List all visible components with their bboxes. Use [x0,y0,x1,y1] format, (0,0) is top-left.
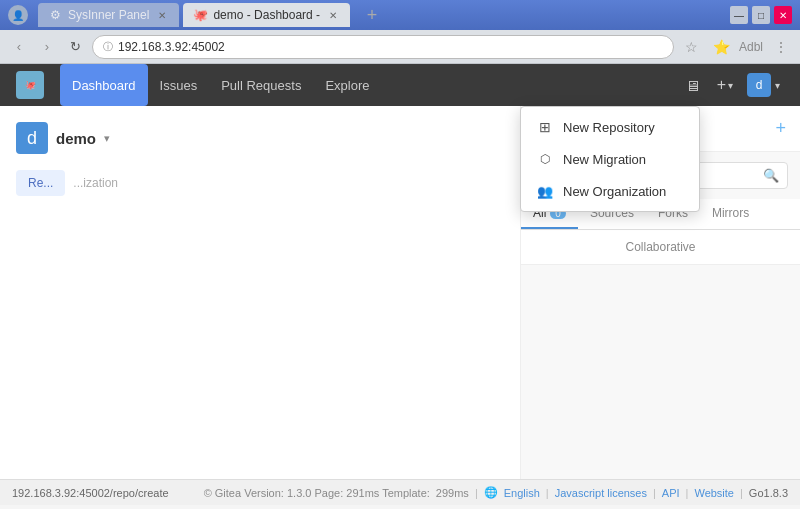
status-right: © Gitea Version: 1.3.0 Page: 291ms Templ… [204,486,788,499]
new-migration-icon: ⬡ [537,151,553,167]
tab-demo[interactable]: 🐙 demo - Dashboard - ✕ [183,3,350,27]
nav-dashboard[interactable]: Dashboard [60,64,148,106]
plus-dropdown-menu: ⊞ New Repository ⬡ New Migration 👥 New O… [520,106,700,212]
reload-button[interactable]: ↻ [64,36,86,58]
status-sep4: | [686,487,689,499]
content-placeholder: Re... ...ization [16,170,504,196]
title-bar-drag [390,0,726,30]
svg-text:🐙: 🐙 [25,79,36,91]
tab-demo-close[interactable]: ✕ [326,8,340,22]
minimize-button[interactable]: — [730,6,748,24]
status-sep1: | [475,487,478,499]
nav-explore[interactable]: Explore [313,64,381,106]
repo-search-icon: 🔍 [763,168,779,183]
address-bar: ‹ › ↻ ⓘ 192.168.3.92:45002 ☆ ⭐ Adbl ⋮ [0,30,800,64]
close-button[interactable]: ✕ [774,6,792,24]
status-url: 192.168.3.92:45002/repo/create [12,487,204,499]
tab-sysinner[interactable]: ⚙ SysInner Panel ✕ [38,3,179,27]
recent-activity-btn: Re... [16,170,65,196]
extension-icon[interactable]: Adbl [740,36,762,58]
language-icon: 🌐 [484,486,498,499]
app-navbar: 🐙 Dashboard Issues Pull Requests Explore… [0,64,800,106]
tab-sysinner-close[interactable]: ✕ [155,8,169,22]
new-org-icon: 👥 [537,183,553,199]
toolbar-icons: ☆ ⭐ Adbl ⋮ [680,36,792,58]
maximize-button[interactable]: □ [752,6,770,24]
demo-favicon: 🐙 [193,8,207,22]
bookmark-icon[interactable]: ⭐ [710,36,732,58]
tab-demo-label: demo - Dashboard - [213,8,320,22]
status-sep2: | [546,487,549,499]
tab-sysinner-label: SysInner Panel [68,8,149,22]
user-avatar-large: d [16,122,48,154]
url-bar[interactable]: ⓘ 192.168.3.92:45002 [92,35,674,59]
title-bar: 👤 ⚙ SysInner Panel ✕ 🐙 demo - Dashboard … [0,0,800,30]
plus-chevron-icon: ▾ [728,80,733,91]
status-sep3: | [653,487,656,499]
plus-dropdown-button[interactable]: + ▾ [713,76,737,94]
repos-add-button[interactable]: + [775,118,786,139]
user-dropdown-icon[interactable]: ▾ [104,132,110,145]
status-timing-visible: 299ms [436,487,469,499]
status-bar: 192.168.3.92:45002/repo/create © Gitea V… [0,479,800,505]
left-panel: d demo ▾ Re... ...ization [0,106,520,479]
back-button[interactable]: ‹ [8,36,30,58]
user-avatar: d [747,73,771,97]
new-repo-icon: ⊞ [537,119,553,135]
navbar-right: 🖥 + ▾ d ▾ [679,71,784,99]
tab-mirrors[interactable]: Mirrors [700,199,761,229]
status-api[interactable]: API [662,487,680,499]
window-controls: — □ ✕ [730,6,792,24]
status-language[interactable]: English [504,487,540,499]
forward-button[interactable]: › [36,36,58,58]
nav-pull-requests[interactable]: Pull Requests [209,64,313,106]
status-sep5: | [740,487,743,499]
user-header: d demo ▾ [16,122,504,154]
menu-icon[interactable]: ⋮ [770,36,792,58]
dropdown-new-migration[interactable]: ⬡ New Migration [521,143,699,175]
activity-label: ...ization [73,176,118,190]
status-js-licenses[interactable]: Javascript licenses [555,487,647,499]
dropdown-new-org[interactable]: 👥 New Organization [521,175,699,207]
status-website[interactable]: Website [694,487,734,499]
sysinner-favicon: ⚙ [48,8,62,22]
star-icon[interactable]: ☆ [680,36,702,58]
plus-icon: + [717,76,726,94]
new-tab-button[interactable]: + [358,3,386,27]
status-center-text: © Gitea Version: 1.3.0 Page: 291ms Templ… [204,487,430,499]
browser-chrome: 👤 ⚙ SysInner Panel ✕ 🐙 demo - Dashboard … [0,0,800,64]
user-name-label: demo [56,130,96,147]
monitor-icon-button[interactable]: 🖥 [679,71,707,99]
browser-profile-icon[interactable]: 👤 [8,5,28,25]
nav-issues[interactable]: Issues [148,64,210,106]
url-text: 192.168.3.92:45002 [118,40,225,54]
user-menu-button[interactable]: d ▾ [743,71,784,99]
collaborative-tab[interactable]: Collaborative [521,230,800,265]
dropdown-new-repo[interactable]: ⊞ New Repository [521,111,699,143]
status-version: Go1.8.3 [749,487,788,499]
gitea-logo-icon: 🐙 [20,75,40,95]
app-logo[interactable]: 🐙 [16,71,44,99]
lock-icon: ⓘ [103,40,113,54]
user-chevron-icon: ▾ [775,80,780,91]
